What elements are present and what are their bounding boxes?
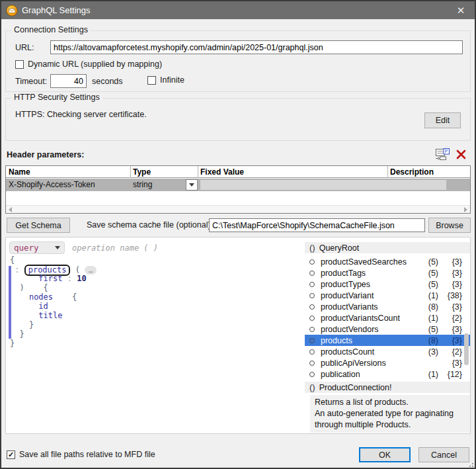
field-name: ProductConnection!: [319, 383, 413, 392]
code-token: id: [38, 302, 48, 311]
schema-field-row[interactable]: productSavedSearches(5){3}: [305, 256, 470, 267]
scroll-left-icon[interactable]: [9, 207, 12, 212]
url-input[interactable]: [50, 40, 463, 54]
mapforce-app-icon: [6, 5, 18, 17]
schema-field-row[interactable]: productVendors(5){3}: [305, 323, 470, 335]
schema-field-list: ()QueryRootproductSavedSearches(5){3}pro…: [305, 242, 470, 393]
code-token: {: [10, 255, 15, 265]
edit-button[interactable]: Edit: [424, 112, 461, 128]
field-name: productSavedSearches: [321, 257, 413, 267]
window-title: GraphQL Settings: [22, 5, 91, 15]
resize-grip[interactable]: [468, 462, 473, 467]
schema-cache-label: Save schema cache file (optional):: [87, 220, 213, 230]
column-header-name: Name: [9, 167, 30, 177]
schema-field-row[interactable]: publication(1){12}: [305, 368, 470, 380]
field-arg-count: (1): [413, 291, 438, 300]
code-token: {: [53, 292, 77, 302]
code-line: ) {: [10, 283, 97, 292]
type-dropdown-button[interactable]: [186, 179, 198, 191]
schema-field-row[interactable]: productVariant(1){38}: [305, 290, 470, 301]
add-parameter-icon[interactable]: P: [435, 148, 450, 161]
code-token: (: [70, 265, 85, 275]
code-token: [10, 311, 38, 320]
code-line: }: [10, 339, 97, 348]
code-token: nodes: [29, 292, 53, 302]
schema-field-row[interactable]: productVariantsCount(1){2}: [305, 312, 470, 323]
field-name: QueryRoot: [319, 243, 413, 253]
code-token: [10, 292, 29, 302]
code-line: title: [10, 311, 97, 320]
code-token: }: [10, 329, 24, 339]
param-name-cell: X-Shopify-Access-Token: [9, 180, 95, 189]
code-line: nodes {: [10, 292, 97, 302]
schema-field-row[interactable]: publicApiVersions{3}: [305, 357, 470, 368]
field-subfield-count: {3}: [438, 336, 462, 345]
field-arg-count: (5): [413, 257, 438, 267]
schema-field-row[interactable]: productTags(5){3}: [305, 267, 470, 278]
timeout-input[interactable]: [50, 74, 87, 88]
infinite-checkbox[interactable]: [147, 76, 156, 85]
browse-button[interactable]: Browse: [428, 218, 471, 233]
svg-text:P: P: [445, 149, 448, 153]
schema-tree-panel: ()QueryRootproductSavedSearches(5){3}pro…: [305, 237, 470, 433]
field-name: productVariants: [321, 302, 413, 312]
close-icon[interactable]: ✕: [454, 5, 468, 17]
schema-type-row[interactable]: ()ProductConnection!: [305, 382, 470, 393]
tree-scrollbar-thumb[interactable]: [464, 333, 469, 365]
operation-type-dropdown[interactable]: query: [9, 241, 65, 254]
delete-parameter-icon[interactable]: [456, 149, 467, 160]
dynamic-url-label: Dynamic URL (supplied by mapping): [28, 60, 162, 69]
dynamic-url-checkbox[interactable]: [15, 60, 24, 69]
field-arg-count: (1): [413, 314, 438, 323]
table-horizontal-scrollbar[interactable]: [6, 205, 470, 213]
field-arg-count: (5): [413, 280, 438, 289]
cancel-button[interactable]: Cancel: [418, 447, 469, 462]
scroll-right-icon[interactable]: [464, 207, 467, 212]
code-token: 10: [77, 274, 86, 283]
header-parameters-table: Name Type Fixed Value Description X-Shop…: [5, 165, 471, 214]
operation-type-value: query: [14, 243, 39, 253]
title-bar: GraphQL Settings ✕: [1, 1, 475, 19]
code-token: }: [10, 339, 15, 348]
get-schema-button[interactable]: Get Schema: [7, 218, 70, 233]
save-paths-checkbox[interactable]: ✓: [7, 450, 15, 459]
code-line: first : 10: [10, 274, 97, 283]
field-name: productVendors: [321, 325, 413, 334]
field-icon: [309, 327, 315, 332]
field-icon: [309, 293, 315, 298]
field-name: productVariant: [321, 291, 413, 300]
code-token: :: [62, 274, 77, 283]
code-token: title: [38, 311, 62, 320]
field-icon: [309, 316, 315, 321]
field-arg-count: (5): [413, 269, 438, 278]
field-name: productsCount: [321, 347, 413, 357]
description-line: An auto-generated type for paginating: [315, 408, 465, 419]
field-subfield-count: {2}: [438, 314, 462, 323]
type-icon: (): [309, 382, 315, 392]
connection-settings-group: Connection Settings URL: Dynamic URL (su…: [5, 30, 471, 92]
query-code[interactable]: { : products ( … first : 10 ) { nodes { …: [10, 255, 97, 348]
field-icon: [309, 372, 315, 377]
field-subfield-count: {3}: [438, 302, 462, 312]
https-status-text: HTTPS: Checking server certificate.: [15, 110, 147, 119]
chevron-down-icon: [55, 246, 60, 249]
field-arg-count: (3): [413, 347, 438, 357]
schema-field-row[interactable]: productsCount(3){2}: [305, 346, 470, 357]
field-icon: [309, 282, 315, 287]
http-security-label: HTTP Security Settings: [11, 93, 102, 102]
schema-field-row[interactable]: productTypes(5){3}: [305, 278, 470, 290]
field-icon: [309, 361, 315, 366]
schema-cache-path-input[interactable]: [209, 218, 425, 232]
field-icon: [309, 271, 315, 276]
field-subfield-count: {3}: [438, 325, 462, 334]
url-label: URL:: [15, 43, 34, 52]
schema-field-row[interactable]: products(8){3}: [305, 335, 470, 346]
arguments-ellipsis-button[interactable]: …: [85, 266, 97, 275]
table-row[interactable]: X-Shopify-Access-Token string: [6, 179, 470, 191]
ok-button[interactable]: OK: [359, 447, 411, 462]
code-line: }: [10, 320, 97, 329]
save-paths-label: Save all file paths relative to MFD file: [19, 450, 155, 459]
schema-type-row[interactable]: ()QueryRoot: [305, 242, 470, 253]
schema-field-row[interactable]: productVariants(8){3}: [305, 301, 470, 312]
field-arg-count: (1): [413, 370, 438, 379]
